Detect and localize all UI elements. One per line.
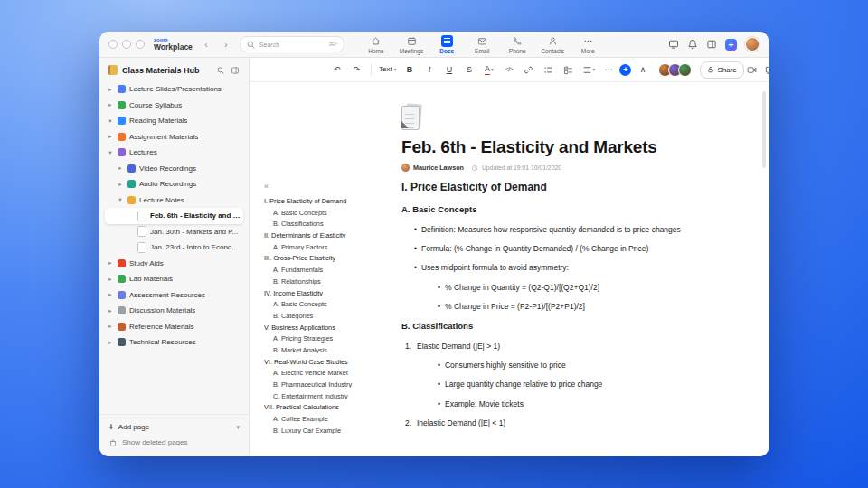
sidebar-item[interactable]: ▸Lecture Slides/Presentations (105, 81, 243, 98)
notifications-bell-icon[interactable] (687, 39, 698, 50)
doc-list-item[interactable]: 2.Inelastic Demand (|E| < 1) (405, 418, 734, 427)
outline-item[interactable]: A. Pricing Strategies (264, 335, 374, 342)
doc-list-item[interactable]: 1.Elastic Demand (|E| > 1) (405, 342, 734, 351)
text-style-button[interactable]: Text▾ (377, 62, 398, 77)
doc-subheading[interactable]: B. Classifications (401, 321, 734, 331)
bullet-list-button[interactable] (540, 62, 557, 77)
more-formatting-button[interactable]: ⋯ (599, 62, 617, 77)
sidebar-item[interactable]: ▸Discussion Materials (105, 303, 243, 319)
doc-list-item[interactable]: •Consumers highly sensitive to price (438, 361, 734, 370)
outline-item[interactable]: A. Electric Vehicle Market (264, 370, 374, 376)
chevron-right-icon[interactable]: ▸ (107, 133, 114, 140)
doc-list-item[interactable]: •% Change in Price = (P2-P1)/[(P2+P1)/2] (438, 302, 734, 311)
chevron-right-icon[interactable]: ▸ (117, 164, 124, 172)
strikethrough-button[interactable]: S (460, 62, 477, 77)
side-panel-icon[interactable] (706, 39, 717, 50)
document-content[interactable]: Feb. 6th - Elasticity and Markets Mauric… (401, 103, 734, 437)
outline-item[interactable]: I. Price Elasticity of Demand (264, 198, 374, 204)
redo-button[interactable]: ↷ (348, 62, 365, 77)
outline-item[interactable]: V. Business Applications (264, 324, 374, 331)
chevron-right-icon[interactable]: ▸ (107, 276, 114, 283)
tab-home[interactable]: Home (364, 35, 388, 54)
tab-phone[interactable]: Phone (505, 35, 529, 54)
sidebar-item[interactable]: ▾Lectures (105, 145, 243, 161)
outline-item[interactable]: B. Relationships (264, 278, 374, 285)
bold-button[interactable]: B (401, 62, 418, 77)
link-button[interactable] (520, 62, 537, 77)
outline-item[interactable]: B. Classifications (264, 221, 374, 227)
sidebar-item[interactable]: ▸Assessment Resources (105, 287, 243, 304)
sidebar-search-icon[interactable] (216, 66, 225, 75)
outline-item[interactable]: C. Entertainment Industry (264, 393, 374, 399)
chevron-right-icon[interactable]: ▸ (107, 259, 114, 267)
sidebar-item[interactable]: Feb. 6th - Elasticity and M... (105, 208, 243, 224)
show-deleted-pages-button[interactable]: Show deleted pages (108, 435, 240, 450)
start-video-icon[interactable] (747, 65, 757, 75)
tab-docs[interactable]: Docs (435, 35, 458, 54)
comments-icon[interactable] (765, 65, 769, 75)
outline-item[interactable]: B. Luxury Car Example (264, 427, 374, 434)
sidebar-item[interactable]: Jan. 23rd - Intro to Econo... (105, 239, 243, 256)
profile-avatar[interactable] (745, 37, 760, 52)
tab-more[interactable]: More (576, 35, 599, 54)
close-window-button[interactable] (108, 40, 118, 49)
text-color-button[interactable]: A▾ (480, 62, 497, 77)
document-title[interactable]: Feb. 6th - Elasticity and Markets (401, 137, 734, 157)
tab-contacts[interactable]: Contacts (541, 35, 564, 54)
back-button[interactable]: ‹ (200, 38, 212, 51)
collapse-toolbar-button[interactable]: ∧ (634, 62, 651, 77)
doc-scrollbar[interactable] (762, 91, 766, 168)
sidebar-item[interactable]: ▾Reading Materials (105, 113, 243, 129)
sidebar-item[interactable]: ▸Reference Materials (105, 319, 243, 335)
undo-button[interactable]: ↶ (328, 62, 345, 77)
sidebar-item[interactable]: ▸Assignment Materials (105, 129, 243, 145)
chevron-right-icon[interactable]: ▸ (117, 181, 124, 188)
outline-item[interactable]: VII. Practical Calculations (264, 404, 374, 410)
create-new-button[interactable]: + (725, 39, 737, 51)
align-button[interactable]: ▾ (580, 62, 597, 77)
doc-list-item[interactable]: •% Change in Quantity = (Q2-Q1)/[(Q2+Q1)… (438, 283, 734, 292)
doc-list-item[interactable]: •Example: Movie tickets (438, 399, 734, 408)
doc-list-item[interactable]: •Definition: Measures how responsive qua… (414, 225, 734, 234)
insert-block-button[interactable]: + (619, 64, 631, 76)
doc-list-item[interactable]: •Uses midpoint formula to avoid asymmetr… (414, 263, 734, 272)
outline-collapse-icon[interactable]: « (264, 182, 374, 191)
maximize-window-button[interactable] (136, 40, 145, 49)
chevron-right-icon[interactable]: ▸ (107, 86, 114, 93)
document-blocks[interactable]: I. Price Elasticity of DemandA. Basic Co… (401, 181, 734, 427)
chevron-right-icon[interactable]: ▸ (107, 307, 114, 314)
outline-item[interactable]: A. Coffee Example (264, 416, 374, 422)
outline-item[interactable]: IV. Income Elasticity (264, 290, 374, 296)
outline-item[interactable]: B. Pharmaceutical Industry (264, 381, 374, 388)
outline-item[interactable]: III. Cross-Price Elasticity (264, 255, 374, 261)
chevron-down-icon[interactable]: ▾ (117, 196, 124, 203)
outline-item[interactable]: A. Basic Concepts (264, 210, 374, 216)
window-controls[interactable] (108, 40, 145, 49)
code-button[interactable]: </> (500, 62, 517, 77)
chevron-right-icon[interactable]: ▸ (107, 339, 114, 346)
sidebar-item[interactable]: ▸Audio Recordings (105, 176, 243, 192)
outline-item[interactable]: A. Basic Concepts (264, 301, 374, 307)
chevron-right-icon[interactable]: ▸ (107, 101, 114, 108)
global-search-input[interactable]: Search ⌘F (240, 36, 344, 52)
minimize-window-button[interactable] (122, 40, 131, 49)
sidebar-item[interactable]: ▸Study Aids (105, 256, 243, 272)
add-page-caret-icon[interactable]: ▾ (236, 424, 240, 431)
underline-button[interactable]: U (440, 62, 458, 77)
tab-email[interactable]: Email (470, 35, 494, 54)
sidebar-item[interactable]: ▸Course Syllabus (105, 98, 243, 114)
screen-share-icon[interactable] (668, 39, 679, 50)
chevron-down-icon[interactable]: ▾ (107, 149, 114, 156)
outline-item[interactable]: A. Fundamentals (264, 267, 374, 273)
collaborator-avatar-3[interactable] (678, 63, 692, 77)
doc-heading[interactable]: I. Price Elasticity of Demand (401, 181, 734, 193)
doc-subheading[interactable]: A. Basic Concepts (401, 204, 734, 214)
italic-button[interactable]: I (420, 62, 438, 77)
sidebar-item[interactable]: ▾Lecture Notes (105, 192, 243, 209)
outline-item[interactable]: B. Market Analysis (264, 347, 374, 353)
outline-item[interactable]: II. Determinants of Elasticity (264, 232, 374, 239)
outline-item[interactable]: A. Primary Factors (264, 244, 374, 250)
forward-button[interactable]: › (220, 38, 232, 51)
collapse-sidebar-icon[interactable] (231, 66, 240, 75)
tab-meetings[interactable]: Meetings (400, 35, 423, 54)
